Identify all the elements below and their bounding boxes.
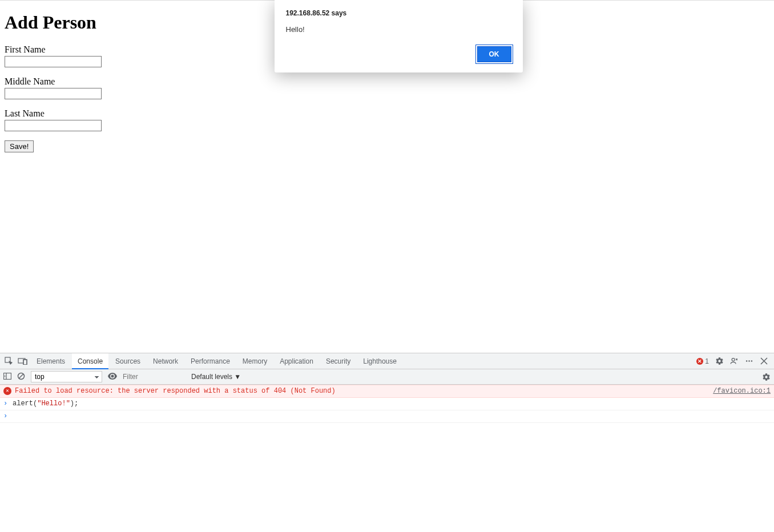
settings-gear-icon[interactable] (715, 357, 724, 366)
tab-performance[interactable]: Performance (185, 353, 236, 369)
tab-lighthouse[interactable]: Lighthouse (357, 353, 402, 369)
console-sidebar-toggle-icon[interactable] (3, 373, 11, 381)
tab-console[interactable]: Console (72, 353, 108, 369)
close-devtools-icon[interactable] (759, 357, 768, 366)
alert-origin: 192.168.86.52 says (286, 9, 511, 17)
inspect-element-icon[interactable] (3, 356, 14, 366)
devtools-tabs: Elements Console Sources Network Perform… (0, 353, 774, 369)
device-toolbar-icon[interactable] (17, 356, 27, 366)
svg-point-6 (748, 360, 750, 362)
middle-name-row: Middle Name (5, 76, 769, 99)
devtools-tabs-right: ✕ 1 (696, 357, 771, 366)
error-count-value: 1 (705, 357, 709, 365)
last-name-input[interactable] (5, 120, 102, 131)
error-dot-icon: ✕ (696, 358, 703, 365)
tab-memory[interactable]: Memory (237, 353, 273, 369)
last-name-row: Last Name (5, 108, 769, 131)
error-source-link[interactable]: /favicon.ico:1 (702, 386, 771, 396)
tab-elements[interactable]: Elements (31, 353, 71, 369)
command-suffix: ); (70, 400, 78, 408)
tab-security[interactable]: Security (320, 353, 356, 369)
save-button[interactable]: Save! (5, 140, 34, 152)
clear-console-icon[interactable] (17, 372, 25, 382)
live-expression-icon[interactable] (108, 373, 117, 381)
svg-line-11 (19, 374, 23, 378)
middle-name-label: Middle Name (5, 76, 769, 87)
console-filter-input[interactable] (123, 373, 186, 381)
prompt-chevron-icon: › (3, 412, 9, 421)
command-text: alert("Hello!"); (13, 399, 78, 409)
error-count-badge[interactable]: ✕ 1 (696, 357, 709, 365)
middle-name-input[interactable] (5, 88, 102, 99)
console-command-row: › alert("Hello!"); (0, 398, 774, 410)
tab-network[interactable]: Network (147, 353, 184, 369)
console-body: ✕ Failed to load resource: the server re… (0, 385, 774, 532)
console-error-row: ✕ Failed to load resource: the server re… (0, 385, 774, 398)
console-prompt-input[interactable] (13, 412, 771, 420)
tab-sources[interactable]: Sources (110, 353, 146, 369)
more-menu-icon[interactable] (744, 357, 753, 366)
alert-message: Hello! (286, 25, 511, 34)
svg-point-7 (751, 360, 752, 362)
console-toolbar: top Default levels ▼ (0, 369, 774, 385)
alert-ok-button[interactable]: OK (477, 46, 511, 62)
svg-rect-2 (23, 360, 27, 365)
devtools-panel: Elements Console Sources Network Perform… (0, 353, 774, 532)
console-settings-icon[interactable] (761, 372, 771, 381)
error-message-text: Failed to load resource: the server resp… (15, 386, 336, 396)
console-prompt-row[interactable]: › (0, 410, 774, 423)
svg-point-4 (732, 358, 735, 361)
first-name-input[interactable] (5, 56, 102, 67)
execution-context-select[interactable]: top (31, 371, 102, 382)
error-icon: ✕ (3, 387, 11, 395)
last-name-label: Last Name (5, 108, 769, 119)
alert-actions: OK (286, 46, 511, 62)
alert-dialog: 192.168.86.52 says Hello! OK (275, 0, 523, 72)
command-chevron-icon: › (3, 399, 9, 409)
log-levels-dropdown[interactable]: Default levels ▼ (191, 373, 241, 381)
command-prefix: alert( (13, 400, 37, 408)
feedback-icon[interactable] (729, 357, 739, 366)
command-string: "Hello!" (37, 400, 70, 408)
tab-application[interactable]: Application (274, 353, 319, 369)
svg-point-5 (745, 360, 747, 362)
